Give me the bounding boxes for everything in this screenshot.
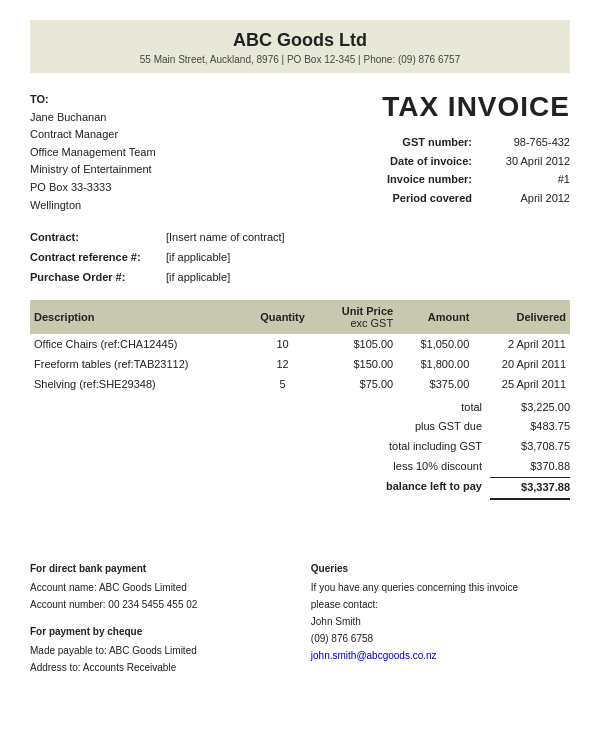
- table-row: Freeform tables (ref:TAB23112) 12 $150.0…: [30, 354, 570, 374]
- queries-heading: Queries: [311, 560, 570, 577]
- table-row: Office Chairs (ref:CHA12445) 10 $105.00 …: [30, 334, 570, 354]
- col-unit-price: Unit Priceexc GST: [318, 300, 397, 334]
- period-label: Period covered: [362, 189, 472, 208]
- inc-gst-value: $3,708.75: [490, 437, 570, 457]
- footer-section: For direct bank payment Account name: AB…: [30, 560, 570, 676]
- gst-label: GST number:: [362, 133, 472, 152]
- to-title: Contract Manager: [30, 126, 156, 144]
- company-name: ABC Goods Ltd: [30, 30, 570, 51]
- invoice-page: ABC Goods Ltd 55 Main Street, Auckland, …: [0, 0, 600, 730]
- gst-due-label: plus GST due: [330, 417, 490, 437]
- total-value: $3,225.00: [490, 398, 570, 418]
- ref-value: [if applicable]: [166, 248, 230, 268]
- footer-line: Account number: 00 234 5455 455 02: [30, 596, 289, 613]
- invoice-title: TAX INVOICE: [362, 91, 570, 123]
- cell-delivered: 20 April 2011: [473, 354, 570, 374]
- po-label: Purchase Order #:: [30, 268, 160, 288]
- table-row: Shelving (ref:SHE29348) 5 $75.00 $375.00…: [30, 374, 570, 394]
- date-label: Date of invoice:: [362, 152, 472, 171]
- cell-amount: $1,800.00: [397, 354, 473, 374]
- col-amount: Amount: [397, 300, 473, 334]
- right-block: TAX INVOICE GST number: 98-765-432 Date …: [362, 91, 570, 214]
- col-description: Description: [30, 300, 247, 334]
- cell-quantity: 5: [247, 374, 317, 394]
- gst-row: plus GST due $483.75: [30, 417, 570, 437]
- queries-line: If you have any queries concerning this …: [311, 579, 570, 596]
- cheque-heading: For payment by cheque: [30, 623, 289, 640]
- balance-row: balance left to pay $3,337.88: [30, 477, 570, 500]
- queries-line: john.smith@abcgoods.co.nz: [311, 647, 570, 664]
- cell-unit-price: $150.00: [318, 354, 397, 374]
- to-name: Jane Buchanan: [30, 109, 156, 127]
- to-pobox: PO Box 33-3333: [30, 179, 156, 197]
- col-delivered: Delivered: [473, 300, 570, 334]
- contract-value: [Insert name of contract]: [166, 228, 285, 248]
- to-city: Wellington: [30, 197, 156, 215]
- total-label: total: [330, 398, 490, 418]
- inc-gst-label: total including GST: [330, 437, 490, 457]
- company-address: 55 Main Street, Auckland, 8976 | PO Box …: [30, 54, 570, 65]
- contract-label: Contract:: [30, 228, 160, 248]
- gst-due-value: $483.75: [490, 417, 570, 437]
- cell-amount: $375.00: [397, 374, 473, 394]
- cell-delivered: 2 April 2011: [473, 334, 570, 354]
- col-quantity: Quantity: [247, 300, 317, 334]
- footer-right: Queries If you have any queries concerni…: [311, 560, 570, 676]
- balance-value: $3,337.88: [490, 477, 570, 500]
- bank-heading: For direct bank payment: [30, 560, 289, 577]
- number-label: Invoice number:: [362, 170, 472, 189]
- discount-row: less 10% discount $370.88: [30, 457, 570, 477]
- to-dept: Office Management Team: [30, 144, 156, 162]
- totals-section: total $3,225.00 plus GST due $483.75 tot…: [30, 398, 570, 500]
- cell-amount: $1,050.00: [397, 334, 473, 354]
- cell-unit-price: $75.00: [318, 374, 397, 394]
- to-org: Ministry of Entertainment: [30, 161, 156, 179]
- number-value: #1: [480, 170, 570, 189]
- cell-description: Freeform tables (ref:TAB23112): [30, 354, 247, 374]
- cell-quantity: 12: [247, 354, 317, 374]
- header-bar: ABC Goods Ltd 55 Main Street, Auckland, …: [30, 20, 570, 73]
- discount-label: less 10% discount: [330, 457, 490, 477]
- cell-unit-price: $105.00: [318, 334, 397, 354]
- ref-label: Contract reference #:: [30, 248, 160, 268]
- invoice-details: GST number: 98-765-432 Date of invoice: …: [362, 133, 570, 208]
- queries-line: (09) 876 6758: [311, 630, 570, 647]
- balance-label: balance left to pay: [330, 477, 490, 500]
- footer-line: Address to: Accounts Receivable: [30, 659, 289, 676]
- items-table: Description Quantity Unit Priceexc GST A…: [30, 300, 570, 394]
- cell-delivered: 25 April 2011: [473, 374, 570, 394]
- cell-quantity: 10: [247, 334, 317, 354]
- date-value: 30 April 2012: [480, 152, 570, 171]
- contract-section: Contract: [Insert name of contract] Cont…: [30, 228, 570, 287]
- footer-left: For direct bank payment Account name: AB…: [30, 560, 289, 676]
- period-value: April 2012: [480, 189, 570, 208]
- discount-value: $370.88: [490, 457, 570, 477]
- gst-value: 98-765-432: [480, 133, 570, 152]
- cell-description: Shelving (ref:SHE29348): [30, 374, 247, 394]
- queries-line: please contact:: [311, 596, 570, 613]
- inc-gst-row: total including GST $3,708.75: [30, 437, 570, 457]
- footer-line: Made payable to: ABC Goods Limited: [30, 642, 289, 659]
- queries-line: John Smith: [311, 613, 570, 630]
- to-block: TO: Jane Buchanan Contract Manager Offic…: [30, 91, 156, 214]
- total-row: total $3,225.00: [30, 398, 570, 418]
- footer-line: Account name: ABC Goods Limited: [30, 579, 289, 596]
- to-label: TO:: [30, 93, 49, 105]
- cell-description: Office Chairs (ref:CHA12445): [30, 334, 247, 354]
- section-top: TO: Jane Buchanan Contract Manager Offic…: [30, 91, 570, 214]
- po-value: [if applicable]: [166, 268, 230, 288]
